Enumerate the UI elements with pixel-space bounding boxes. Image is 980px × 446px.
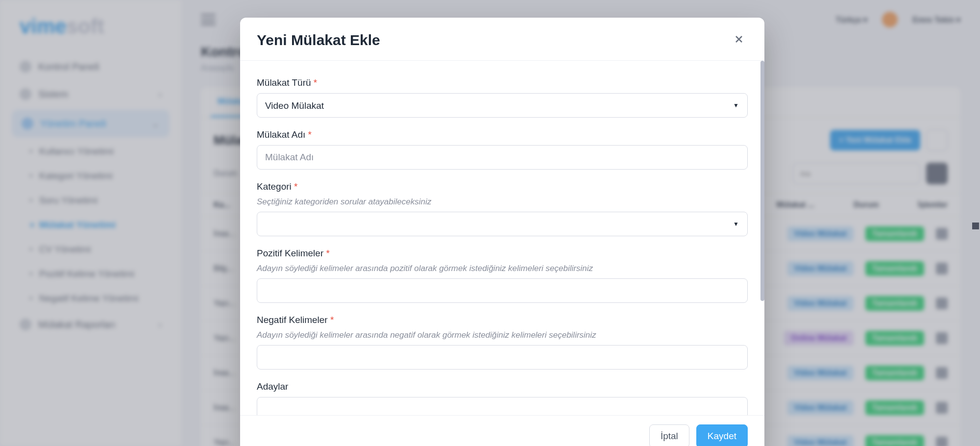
modal-footer: İptal Kaydet: [240, 415, 764, 446]
field-positive: Pozitif Kelimeler * Adayın söylediği kel…: [257, 248, 748, 303]
label-type: Mülakat Türü *: [257, 77, 748, 88]
label-positive: Pozitif Kelimeler *: [257, 248, 748, 259]
required-mark: *: [294, 181, 297, 192]
input-candidates[interactable]: [257, 397, 748, 415]
help-negative: Adayın söylediği kelimeler arasında nega…: [257, 330, 748, 340]
help-positive: Adayın söylediği kelimeler arasında pozi…: [257, 264, 748, 273]
close-icon: [733, 33, 745, 45]
close-button[interactable]: [730, 30, 748, 50]
label-text: Negatif Kelimeler: [257, 315, 328, 325]
modal-scrollbar-thumb[interactable]: [760, 61, 764, 301]
input-negative[interactable]: [257, 345, 748, 370]
field-type: Mülakat Türü * Video Mülakat: [257, 77, 748, 118]
modal-body: Mülakat Türü * Video Mülakat Mülakat Adı…: [240, 61, 764, 415]
label-category: Kategori *: [257, 181, 748, 192]
label-negative: Negatif Kelimeler *: [257, 315, 748, 325]
label-name: Mülakat Adı *: [257, 129, 748, 140]
field-candidates: Adaylar: [257, 381, 748, 415]
label-candidates: Adaylar: [257, 381, 748, 392]
save-button[interactable]: Kaydet: [696, 424, 748, 446]
add-interview-modal: Yeni Mülakat Ekle Mülakat Türü * Video M…: [240, 18, 764, 446]
label-text: Mülakat Adı: [257, 129, 305, 140]
label-text: Mülakat Türü: [257, 77, 311, 88]
label-text: Kategori: [257, 181, 292, 192]
cancel-button[interactable]: İptal: [649, 424, 689, 446]
select-category[interactable]: [257, 212, 748, 236]
help-category: Seçtiğiniz kategoriden sorular atayabile…: [257, 197, 748, 207]
select-type[interactable]: Video Mülakat: [257, 93, 748, 118]
required-mark: *: [308, 129, 312, 140]
field-name: Mülakat Adı *: [257, 129, 748, 170]
label-text: Pozitif Kelimeler: [257, 248, 323, 258]
field-negative: Negatif Kelimeler * Adayın söylediği kel…: [257, 315, 748, 370]
modal-header: Yeni Mülakat Ekle: [240, 18, 764, 61]
field-category: Kategori * Seçtiğiniz kategoriden sorula…: [257, 181, 748, 236]
required-mark: *: [326, 248, 330, 258]
input-positive[interactable]: [257, 278, 748, 303]
input-name[interactable]: [257, 145, 748, 170]
required-mark: *: [314, 77, 317, 88]
modal-title: Yeni Mülakat Ekle: [257, 32, 380, 49]
required-mark: *: [330, 315, 334, 325]
